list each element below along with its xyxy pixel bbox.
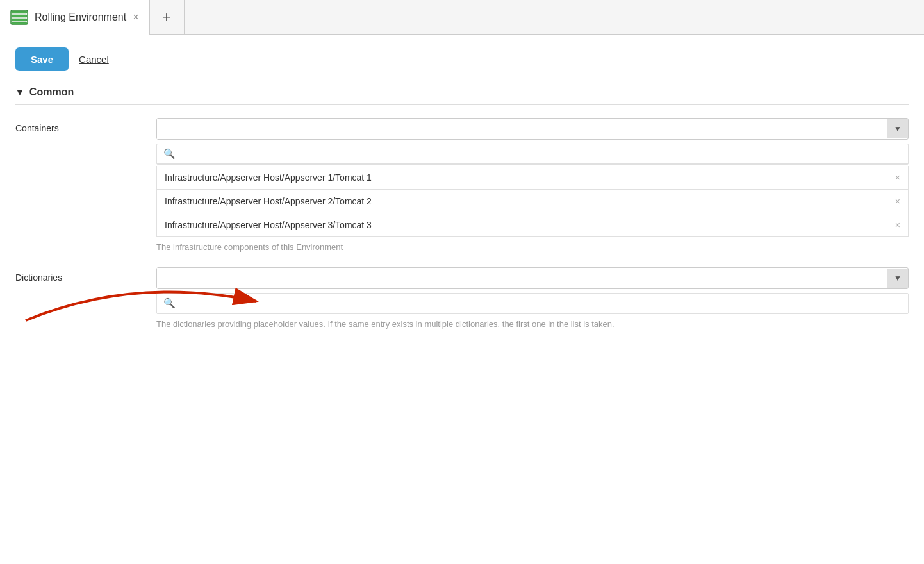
container-item: Infrastructure/Appserver Host/Appserver … (156, 190, 909, 213)
dictionaries-dropdown-button[interactable]: ▼ (887, 269, 908, 288)
containers-search-container: 🔍 (156, 144, 909, 165)
container-item-text: Infrastructure/Appserver Host/Appserver … (165, 172, 890, 183)
search-icon: 🔍 (163, 297, 176, 309)
containers-dropdown[interactable]: ▼ (156, 118, 909, 140)
containers-row: Containers ▼ 🔍 Infrastructure/Appserver (15, 118, 909, 252)
tab-close-button[interactable]: × (133, 12, 138, 22)
save-button[interactable]: Save (15, 47, 69, 71)
dictionaries-label: Dictionaries (15, 267, 156, 283)
container-item-text: Infrastructure/Appserver Host/Appserver … (165, 220, 890, 230)
containers-search-input[interactable] (179, 149, 902, 159)
dictionaries-search-container: 🔍 (156, 293, 909, 314)
container-item-remove-button[interactable]: × (895, 172, 900, 183)
containers-helper-text: The infrastructure components of this En… (156, 242, 909, 252)
tab-title: Rolling Environment (35, 12, 126, 23)
active-tab[interactable]: Rolling Environment × (0, 0, 150, 34)
containers-search-row: 🔍 (157, 144, 908, 164)
containers-label: Containers (15, 118, 156, 133)
container-item-text: Infrastructure/Appserver Host/Appserver … (165, 196, 890, 206)
containers-input[interactable] (157, 119, 887, 139)
dictionaries-input[interactable] (157, 268, 887, 288)
svg-rect-2 (12, 19, 27, 21)
container-item: Infrastructure/Appserver Host/Appserver … (156, 166, 909, 190)
dictionaries-dropdown[interactable]: ▼ (156, 267, 909, 289)
dictionaries-row: Dictionaries ▼ 🔍 The dictionaries provid… (15, 267, 909, 329)
dictionaries-helper-text: The dictionaries providing placeholder v… (156, 319, 909, 329)
svg-rect-1 (12, 15, 27, 17)
dictionaries-search-row: 🔍 (157, 294, 908, 313)
container-item-remove-button[interactable]: × (895, 196, 900, 206)
toolbar: Save Cancel (15, 47, 909, 71)
chevron-down-icon: ▼ (15, 87, 24, 97)
common-section-header[interactable]: ▼ Common (15, 87, 909, 98)
new-tab-button[interactable]: + (150, 0, 185, 34)
main-content: Save Cancel ▼ Common Containers ▼ 🔍 (0, 35, 924, 357)
section-title: Common (29, 87, 74, 98)
rolling-environment-icon (10, 8, 28, 26)
svg-rect-0 (12, 11, 27, 13)
container-item-remove-button[interactable]: × (895, 220, 900, 230)
cancel-button[interactable]: Cancel (79, 54, 109, 65)
containers-dropdown-button[interactable]: ▼ (887, 119, 908, 138)
container-item: Infrastructure/Appserver Host/Appserver … (156, 213, 909, 237)
section-divider (15, 104, 909, 105)
tab-bar: Rolling Environment × + (0, 0, 924, 35)
dictionaries-search-input[interactable] (179, 298, 902, 308)
search-icon: 🔍 (163, 148, 176, 160)
dictionaries-field: ▼ 🔍 The dictionaries providing placehold… (156, 267, 909, 329)
containers-field: ▼ 🔍 Infrastructure/Appserver Host/Appser… (156, 118, 909, 252)
